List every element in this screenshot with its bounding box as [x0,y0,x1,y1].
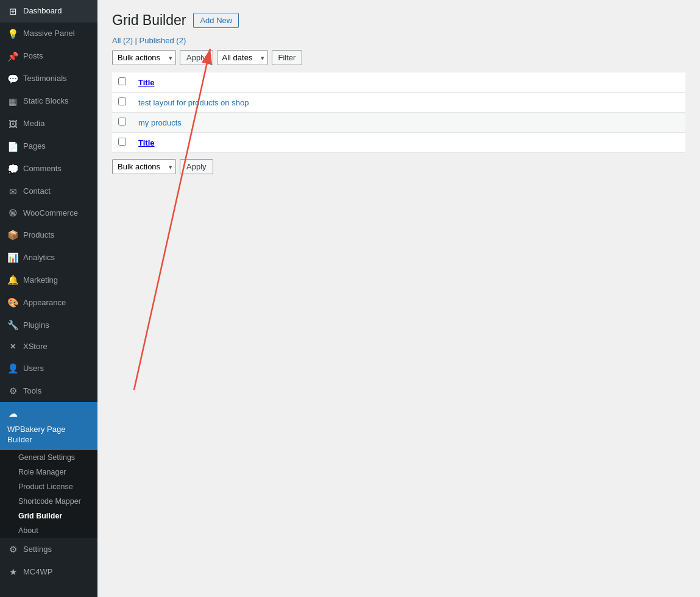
table-footer-title: Title [132,133,685,153]
sidebar-item-label: Testimonials [23,73,67,84]
grid-table: Title test layout for products on shop m… [112,72,685,153]
filter-button[interactable]: Filter [272,50,303,65]
bulk-actions-select[interactable]: Bulk actions [112,50,176,65]
sidebar-sub-product-license[interactable]: Product License [0,479,97,494]
all-dates-select[interactable]: All dates [217,50,268,65]
filter-separator: | [135,36,137,45]
sidebar-item-static-blocks[interactable]: ▦ Static Blocks [0,90,97,113]
sidebar-item-label: Analytics [23,252,55,263]
table-row: test layout for products on shop [112,93,685,113]
static-blocks-icon: ▦ [7,95,18,108]
sidebar-item-woocommerce[interactable]: Ⓦ WooCommerce [0,203,97,224]
footer-title-sort-link[interactable]: Title [138,138,155,147]
contact-icon: ✉ [7,185,18,198]
marketing-icon: 🔔 [7,274,18,286]
wpbakery-icon: ☁ [7,407,18,420]
sidebar-item-dashboard[interactable]: ⊞ Dashboard [0,0,97,23]
sidebar-item-label: XStore [23,341,48,352]
add-new-button[interactable]: Add New [193,13,239,28]
table-footer-header-row: Title [112,133,685,153]
sidebar-sub-role-manager[interactable]: Role Manager [0,465,97,479]
filter-published-link[interactable]: Published (2) [140,36,186,45]
sidebar-item-label: Plugins [23,320,49,331]
sidebar-item-users[interactable]: 👤 Users [0,357,97,380]
row-title-cell: test layout for products on shop [132,93,685,113]
sidebar-sub-general-settings[interactable]: General Settings [0,450,97,465]
sidebar-sub-about[interactable]: About [0,523,97,538]
sidebar-item-plugins[interactable]: 🔧 Plugins [0,314,97,336]
testimonials-icon: 💬 [7,72,18,85]
select-all-checkbox[interactable] [118,77,126,85]
pages-icon: 📄 [7,140,18,153]
sidebar-item-label: Contact [23,186,51,197]
users-icon: 👤 [7,362,18,375]
row-checkbox[interactable] [118,97,126,105]
top-apply-button[interactable]: Apply [180,50,213,65]
comments-icon: 💭 [7,163,18,175]
page-header: Grid Builder Add New [112,12,685,29]
sidebar-item-label: Appearance [23,297,66,308]
sidebar-item-label: WooCommerce [23,208,78,219]
filter-links: All (2) | Published (2) [112,36,186,45]
bottom-apply-button[interactable]: Apply [180,159,213,174]
sidebar-item-tools[interactable]: ⚙ Tools [0,380,97,402]
sidebar-item-comments[interactable]: 💭 Comments [0,158,97,180]
sidebar-item-label: Comments [23,163,62,174]
sidebar: ⊞ Dashboard 💡 Massive Panel 📌 Posts 💬 Te… [0,0,97,597]
sidebar-item-label: Pages [23,141,46,152]
sidebar-item-xstore[interactable]: ✕ XStore [0,336,97,357]
page-title: Grid Builder [112,12,186,29]
bottom-toolbar: Bulk actions Apply [112,159,685,174]
sidebar-item-mc4wp[interactable]: ★ MC4WP [0,560,97,583]
footer-select-all-checkbox[interactable] [118,138,126,146]
sidebar-item-label: Media [23,118,44,129]
sidebar-item-label: Marketing [23,275,58,286]
appearance-icon: 🎨 [7,296,18,309]
sidebar-item-label: MC4WP [23,567,52,578]
sidebar-item-label: Massive Panel [23,28,75,39]
title-sort-link[interactable]: Title [138,78,155,87]
mc4wp-icon: ★ [7,565,18,578]
sidebar-item-settings[interactable]: ⚙ Settings [0,538,97,560]
sidebar-item-testimonials[interactable]: 💬 Testimonials [0,68,97,90]
sidebar-item-label: Tools [23,386,41,397]
sidebar-item-label: Products [23,230,54,241]
filter-all-link[interactable]: All (2) [112,36,135,45]
table-header-title: Title [132,72,685,93]
woocommerce-icon: Ⓦ [7,208,18,219]
xstore-icon: ✕ [7,342,18,352]
bottom-bulk-actions-select[interactable]: Bulk actions [112,159,176,174]
sidebar-item-appearance[interactable]: 🎨 Appearance [0,291,97,314]
sidebar-sub-grid-builder[interactable]: Grid Builder [0,509,97,523]
bulk-actions-wrapper: Bulk actions [112,50,176,65]
sidebar-item-pages[interactable]: 📄 Pages [0,135,97,158]
sidebar-item-label: Dashboard [23,5,62,16]
table-footer-check-col [112,133,132,153]
sidebar-sub-shortcode-mapper[interactable]: Shortcode Mapper [0,494,97,509]
sidebar-item-contact[interactable]: ✉ Contact [0,180,97,203]
row-title-link[interactable]: my products [138,118,182,127]
row-title-cell: my products [132,113,685,133]
sidebar-item-wpbakery[interactable]: ☁ WPBakery Page Builder [0,402,97,450]
table-header-check-col [112,72,132,93]
content-area: Grid Builder Add New All (2) | Published… [97,0,700,597]
sidebar-item-posts[interactable]: 📌 Posts [0,45,97,68]
plugins-icon: 🔧 [7,319,18,331]
products-icon: 📦 [7,228,18,241]
posts-icon: 📌 [7,50,18,63]
row-checkbox[interactable] [118,118,126,125]
sidebar-item-marketing[interactable]: 🔔 Marketing [0,269,97,291]
analytics-icon: 📊 [7,251,18,264]
sidebar-item-analytics[interactable]: 📊 Analytics [0,246,97,269]
tools-icon: ⚙ [7,384,18,397]
sidebar-item-products[interactable]: 📦 Products [0,224,97,246]
sidebar-item-label: WPBakery Page Builder [7,425,90,445]
sidebar-item-massive-panel[interactable]: 💡 Massive Panel [0,23,97,45]
sidebar-item-label: Static Blocks [23,96,68,107]
sidebar-item-media[interactable]: 🖼 Media [0,113,97,135]
top-toolbar: Bulk actions Apply All dates Filter [112,50,685,65]
sidebar-item-label: Users [23,363,44,374]
table-row: my products [112,113,685,133]
bottom-bulk-actions-wrapper: Bulk actions [112,159,176,174]
row-title-link[interactable]: test layout for products on shop [138,98,249,107]
